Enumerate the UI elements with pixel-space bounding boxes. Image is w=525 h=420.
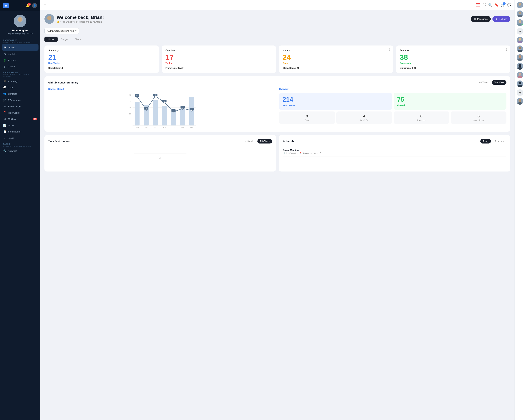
wont-fix-number: 4 bbox=[338, 114, 390, 119]
messages-button[interactable]: ✉ Messages bbox=[471, 16, 491, 22]
rs-avatar-6[interactable] bbox=[517, 54, 523, 61]
sidebar-item-finance[interactable]: 💲 Finance bbox=[0, 57, 40, 64]
rs-initial-m1[interactable]: M bbox=[517, 28, 523, 35]
github-this-week-button[interactable]: This Week bbox=[492, 80, 506, 85]
schedule-today-button[interactable]: Today bbox=[480, 139, 491, 143]
settings-icon: ⚙ bbox=[496, 18, 498, 20]
fixed-stat: 3 Fixed bbox=[279, 112, 335, 124]
profile-name: Brian Hughes bbox=[3, 29, 37, 32]
sidebar-item-activities[interactable]: 🔧 Activities bbox=[0, 148, 40, 154]
rs-avatar-2[interactable] bbox=[517, 10, 523, 17]
rs-avatar-4[interactable] bbox=[517, 37, 523, 43]
svg-point-66 bbox=[517, 50, 522, 52]
project-dropdown[interactable]: ACME Corp. Backend App ▾ bbox=[45, 28, 79, 34]
sidebar-item-crypto[interactable]: $ Crypto bbox=[0, 64, 40, 70]
sidebar-item-scrumboard[interactable]: 📋 Scrumboard bbox=[0, 129, 40, 135]
welcome-text: Welcome back, Brian! 🔔 You have 2 new me… bbox=[57, 15, 104, 23]
notification-button[interactable]: 🔔 3 bbox=[26, 4, 30, 8]
tasks-icon: ✓ bbox=[3, 136, 6, 140]
rs-avatar-5[interactable] bbox=[517, 46, 523, 52]
sidebar-item-label: Mailbox bbox=[8, 118, 16, 120]
summary-card-menu[interactable]: ⋮ bbox=[154, 48, 156, 51]
sidebar-item-notes[interactable]: 📝 Notes bbox=[0, 122, 40, 129]
issues-card: ⋮ Issues 24 Open Closed today: 19 bbox=[279, 46, 393, 73]
issues-label: Open bbox=[283, 62, 389, 64]
sidebar-item-project[interactable]: ⊞ Project bbox=[2, 44, 38, 51]
new-issues-label: New Issues bbox=[283, 104, 388, 107]
svg-point-67 bbox=[518, 55, 521, 58]
rs-initial-m2[interactable]: M bbox=[517, 89, 523, 96]
reopened-label: Re-opened bbox=[395, 119, 448, 121]
notes-icon: 📝 bbox=[3, 124, 6, 127]
flag-us-icon[interactable] bbox=[476, 3, 480, 7]
chevron-right-icon: › bbox=[37, 112, 37, 114]
welcome-header: Welcome back, Brian! 🔔 You have 2 new me… bbox=[45, 14, 510, 24]
features-footer: Implemented: 16 bbox=[400, 67, 507, 69]
sidebar-item-filemanager[interactable]: ☁ File Manager bbox=[0, 103, 40, 110]
svg-point-70 bbox=[517, 67, 522, 70]
tab-home[interactable]: Home bbox=[45, 37, 57, 42]
wont-fix-stat: 4 Won't Fix bbox=[336, 112, 392, 124]
rs-avatar-3[interactable] bbox=[517, 19, 523, 26]
chat-icon: 💬 bbox=[3, 86, 6, 89]
sidebar-item-contacts[interactable]: 👥 Contacts bbox=[0, 91, 40, 97]
sidebar-item-chat[interactable]: 💬 Chat bbox=[0, 84, 40, 91]
sidebar-item-ecommerce[interactable]: 🛒 ECommerce › bbox=[0, 97, 40, 103]
svg-point-63 bbox=[518, 38, 521, 41]
contacts-icon: 👥 bbox=[3, 92, 6, 95]
overview-section: Overview 214 New Issues 75 Closed bbox=[279, 88, 506, 128]
rs-avatar-10[interactable] bbox=[517, 98, 523, 105]
messages-icon: ✉ bbox=[474, 18, 476, 20]
schedule-tomorrow-button[interactable]: Tomorrow bbox=[492, 139, 506, 143]
schedule-item-title: Group Meeting bbox=[283, 149, 321, 151]
svg-rect-22 bbox=[171, 112, 176, 125]
fullscreen-button[interactable]: ⛶ bbox=[483, 3, 486, 7]
chevron-right-schedule-icon[interactable]: › bbox=[506, 150, 506, 153]
svg-text:18: 18 bbox=[129, 113, 131, 115]
overdue-card-menu[interactable]: ⋮ bbox=[271, 48, 273, 51]
rs-avatar-8[interactable] bbox=[517, 72, 523, 78]
rs-avatar-7[interactable] bbox=[517, 63, 523, 70]
svg-point-61 bbox=[518, 20, 521, 23]
sidebar-item-helpcenter[interactable]: ❓ Help Center › bbox=[0, 110, 40, 116]
sidebar-item-academy[interactable]: 🎓 Academy bbox=[0, 78, 40, 84]
issues-footer: Closed today: 19 bbox=[283, 67, 389, 69]
github-last-week-button[interactable]: Last Week bbox=[476, 80, 490, 85]
svg-text:43: 43 bbox=[154, 94, 156, 96]
chart-wrap: 45 36 27 18 9 0 bbox=[48, 93, 276, 128]
features-title: Features bbox=[400, 49, 507, 52]
svg-text:Thu: Thu bbox=[163, 126, 166, 128]
cart-button[interactable]: 🛒 5 bbox=[501, 3, 505, 7]
svg-point-5 bbox=[46, 20, 53, 24]
features-card-menu[interactable]: ⋮ bbox=[505, 48, 508, 51]
online-dot bbox=[522, 7, 523, 8]
svg-text:28: 28 bbox=[145, 108, 147, 109]
rs-avatar-1[interactable] bbox=[517, 2, 523, 8]
tab-team[interactable]: Team bbox=[72, 37, 84, 42]
mailbox-badge: 27 bbox=[33, 118, 37, 120]
sidebar-item-mailbox[interactable]: ✉ Mailbox 27 bbox=[0, 116, 40, 122]
profile-avatar bbox=[14, 15, 27, 27]
tab-budget[interactable]: Budget bbox=[57, 37, 72, 42]
user-avatar-small[interactable]: 👤 bbox=[32, 3, 37, 8]
pages-section: PAGES Custom made page designs 🔧 Activit… bbox=[0, 141, 40, 154]
search-button[interactable]: 🔍 bbox=[488, 3, 492, 7]
settings-button[interactable]: ⚙ Settings bbox=[492, 16, 510, 22]
issues-card-menu[interactable]: ⋮ bbox=[388, 48, 391, 51]
svg-point-64 bbox=[517, 41, 522, 43]
sidebar-item-tasks[interactable]: ✓ Tasks bbox=[0, 135, 40, 141]
sidebar-item-analytics[interactable]: ◑ Analytics bbox=[0, 51, 40, 57]
bookmark-button[interactable]: 🔖 bbox=[495, 3, 498, 7]
menu-toggle-button[interactable]: ☰ bbox=[44, 3, 47, 7]
rs-avatar-9[interactable] bbox=[517, 81, 523, 87]
issues-title: Issues bbox=[283, 49, 389, 52]
task-this-week-button[interactable]: This Week bbox=[257, 139, 272, 143]
scrumboard-icon: 📋 bbox=[3, 130, 6, 133]
task-last-week-button[interactable]: Last Week bbox=[241, 139, 256, 143]
schedule-header: Schedule Today Tomorrow bbox=[283, 139, 506, 143]
chat-button[interactable]: 💬 bbox=[507, 3, 511, 7]
schedule-item-meta: 🕐 in 32 minutes 📍 Conference room 1B bbox=[283, 152, 321, 154]
svg-text:Sat: Sat bbox=[181, 126, 184, 128]
helpcenter-icon: ❓ bbox=[3, 111, 6, 114]
svg-text:Fri: Fri bbox=[173, 126, 175, 128]
